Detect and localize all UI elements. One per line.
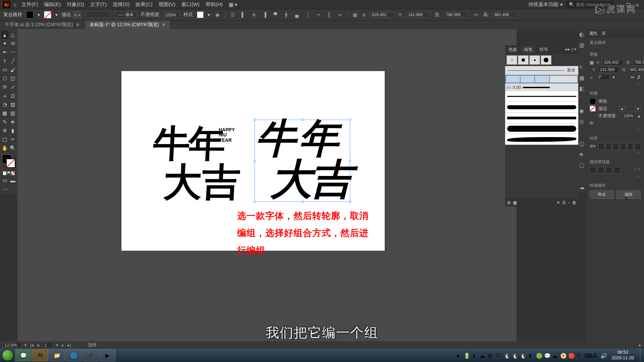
taskbar-obs[interactable]: ⚫: [83, 349, 99, 361]
stroke-weight[interactable]: ◂▸: [73, 11, 82, 18]
transform-proxy-icon[interactable]: ▦: [352, 11, 358, 18]
prop-y-input[interactable]: [598, 67, 619, 73]
fill-color[interactable]: [590, 98, 596, 104]
fill-swatch[interactable]: [26, 11, 34, 18]
pen-tool[interactable]: ✒: [1, 48, 8, 56]
brush-item[interactable]: [505, 134, 578, 145]
align-vcenter[interactable]: [628, 143, 634, 150]
tray-icon[interactable]: 🛡: [496, 353, 501, 358]
selection-handle[interactable]: [254, 201, 256, 203]
lasso-tool[interactable]: ⟲: [9, 40, 16, 48]
h-input[interactable]: [493, 12, 517, 18]
ref-point-icon[interactable]: ▦: [590, 60, 594, 65]
artboard-tool[interactable]: ▢: [1, 135, 8, 143]
new-brush-icon[interactable]: ▫: [568, 200, 570, 205]
rectangle-tool[interactable]: ▭: [1, 66, 8, 74]
dist-v-icon[interactable]: ╍: [315, 11, 322, 18]
show-desktop[interactable]: [640, 349, 643, 362]
eraser-tool[interactable]: ◫: [9, 74, 16, 82]
align-vcenter-icon[interactable]: ╋: [283, 11, 289, 18]
w-input[interactable]: [444, 12, 469, 18]
prop-opacity-input[interactable]: [622, 113, 636, 119]
align-panel-icon[interactable]: ☰: [229, 11, 236, 18]
eyedropper-tool[interactable]: ✎: [1, 118, 8, 126]
tray-network-icon[interactable]: 🖧: [592, 353, 598, 358]
window-close[interactable]: ✕: [635, 2, 641, 7]
opacity-input[interactable]: [163, 12, 179, 18]
selection-handle[interactable]: [349, 119, 351, 121]
color-guide-icon[interactable]: ▥: [579, 42, 585, 48]
artwork-selected[interactable]: 牛 年 大 吉: [255, 120, 350, 202]
options-icon[interactable]: ☰: [562, 200, 566, 205]
menu-file[interactable]: 文件(F): [21, 1, 38, 8]
brush-item[interactable]: [505, 102, 578, 113]
tray-icon[interactable]: ☁: [552, 353, 557, 358]
tray-icon[interactable]: ⚙: [488, 353, 493, 358]
y-input[interactable]: [407, 12, 431, 18]
doc-tab-1[interactable]: 牛字体.ai @ 3.12% (CMYK/预览)✕: [0, 20, 85, 29]
align-right-icon[interactable]: ▐: [261, 11, 268, 18]
window-minimize[interactable]: —: [616, 2, 623, 7]
prop-h-input[interactable]: [629, 67, 644, 73]
brush-item[interactable]: [505, 113, 578, 123]
close-icon[interactable]: ✕: [76, 22, 80, 27]
dist-vs-icon[interactable]: ═: [336, 11, 343, 18]
line-tool[interactable]: ╱: [9, 57, 16, 65]
menu-type[interactable]: 文字(T): [90, 1, 107, 8]
brush-basic[interactable]: 基本: [505, 66, 578, 75]
libraries-icon[interactable]: ☁: [579, 184, 585, 190]
direct-selection-tool[interactable]: △: [9, 31, 16, 39]
tray-icon[interactable]: 🐧: [512, 353, 517, 358]
zoom-level[interactable]: [3, 342, 21, 348]
symbol-sprayer-tool[interactable]: ✲: [1, 127, 8, 135]
canvas-area[interactable]: 牛 年 大 吉 HAPPYNIUYEAR 牛 年 大 吉 选一款字体，然后转轮廓…: [17, 29, 517, 349]
tray-icon[interactable]: ⬇: [528, 353, 533, 358]
pathfinder-exclude[interactable]: [614, 167, 621, 174]
brush-def[interactable]: 基本: [115, 11, 137, 18]
swatches-tab[interactable]: 色板: [505, 45, 521, 54]
dist-hs-icon[interactable]: ║: [326, 11, 332, 18]
close-icon[interactable]: ✕: [162, 22, 166, 27]
x-input[interactable]: [370, 12, 394, 18]
menu-arrange-icon[interactable]: ▦ ▾: [229, 2, 237, 8]
tray-icon[interactable]: 🐧: [520, 353, 525, 358]
selection-tool[interactable]: ▲: [1, 31, 8, 39]
nav-last-icon[interactable]: ▸|: [67, 343, 71, 348]
panel-collapse-icon[interactable]: ▸▸ | ≡: [564, 45, 578, 54]
nav-first-icon[interactable]: |◂: [30, 343, 34, 348]
brush-dot[interactable]: [518, 55, 529, 65]
dist-h-icon[interactable]: ╎: [304, 11, 311, 18]
nav-next-icon[interactable]: ▸: [62, 343, 64, 348]
prop-x-input[interactable]: [602, 59, 623, 65]
stroke-swatch[interactable]: [44, 11, 51, 18]
color-panel-icon[interactable]: ◐: [579, 31, 585, 37]
taskbar-browser[interactable]: 🌐: [66, 349, 82, 361]
tray-icon[interactable]: ⌨: [584, 353, 590, 358]
tray-icon[interactable]: 🏳: [576, 353, 582, 358]
selection-handle[interactable]: [254, 160, 256, 162]
recolor-icon[interactable]: ◉: [214, 11, 221, 18]
gradient-tool[interactable]: ▥: [9, 109, 16, 117]
start-button[interactable]: [0, 349, 15, 362]
screen-mode-normal[interactable]: ▭: [1, 176, 8, 184]
layers-icon[interactable]: ◫: [579, 140, 585, 146]
tray-icon[interactable]: 📀: [560, 353, 566, 358]
window-restore[interactable]: ❐: [626, 2, 632, 7]
selection-handle[interactable]: [302, 119, 304, 121]
zoom-tool[interactable]: 🔍: [9, 144, 16, 152]
stroke-color[interactable]: [590, 106, 596, 112]
pathfinder-unite[interactable]: [590, 167, 596, 174]
align-bottom[interactable]: [635, 143, 641, 150]
tray-icon[interactable]: 💬: [544, 353, 549, 358]
selection-handle[interactable]: [349, 160, 351, 162]
workspace-switcher[interactable]: 传统基本功能▾: [528, 1, 563, 8]
remove-stroke-icon[interactable]: ✕: [556, 200, 560, 205]
pathfinder-intersect[interactable]: [606, 167, 612, 174]
hand-tool[interactable]: ✋: [1, 144, 8, 152]
prop-rotate-input[interactable]: [596, 74, 610, 80]
prop-w-input[interactable]: [633, 59, 644, 65]
align-right[interactable]: [613, 143, 619, 150]
menu-view[interactable]: 视图(V): [159, 1, 175, 8]
library-menu-icon[interactable]: ▦: [513, 200, 517, 205]
align-top[interactable]: [620, 143, 626, 150]
